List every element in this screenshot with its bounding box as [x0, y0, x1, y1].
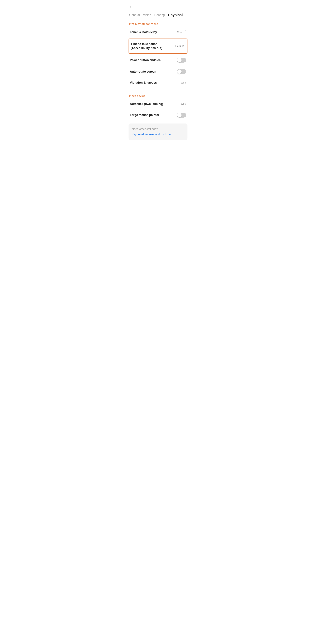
- keyboard-mouse-trackpad-link[interactable]: Keyboard, mouse, and track pad: [132, 133, 184, 136]
- vibration-haptics-chevron-icon: ›: [185, 81, 186, 84]
- vibration-haptics-row[interactable]: Vibration & haptics On ›: [129, 78, 187, 88]
- large-mouse-pointer-row[interactable]: Large mouse pointer: [129, 109, 187, 121]
- time-to-take-action-row[interactable]: Time to take action (Accessibility timeo…: [129, 38, 187, 54]
- time-to-take-action-value: Default ›: [175, 44, 185, 48]
- footer-card: Need other settings? Keyboard, mouse, an…: [129, 124, 187, 140]
- tab-physical[interactable]: Physical: [168, 13, 183, 17]
- autoclick-label: Autoclick (dwell timing): [130, 102, 179, 106]
- tab-vision[interactable]: Vision: [143, 13, 151, 17]
- vibration-haptics-value-text: On: [181, 81, 185, 84]
- touch-hold-delay-value-text: Short: [177, 31, 184, 34]
- power-button-ends-call-label: Power button ends call: [130, 58, 177, 62]
- autoclick-row[interactable]: Autoclick (dwell timing) Off ›: [129, 99, 187, 109]
- vibration-haptics-value: On ›: [181, 81, 186, 84]
- interaction-controls-list: Touch & hold delay Short ⌃⌄ Time to take…: [126, 27, 190, 88]
- header: ←: [126, 0, 190, 12]
- autoclick-value: Off ›: [181, 102, 186, 106]
- autoclick-chevron-icon: ›: [185, 102, 186, 106]
- tab-hearing[interactable]: Hearing: [154, 13, 165, 17]
- tab-general[interactable]: General: [129, 13, 140, 17]
- vibration-haptics-label: Vibration & haptics: [130, 81, 179, 85]
- time-to-take-action-value-text: Default: [175, 44, 184, 48]
- back-button[interactable]: ←: [129, 4, 133, 10]
- power-button-ends-call-row[interactable]: Power button ends call: [129, 54, 187, 66]
- chevron-right-icon: ›: [184, 44, 185, 48]
- section-header-input-device: INPUT DEVICE: [126, 92, 190, 99]
- footer-card-hint: Need other settings?: [132, 128, 184, 131]
- back-arrow-icon: ←: [129, 4, 133, 9]
- touch-hold-delay-label: Touch & hold delay: [130, 30, 175, 34]
- section-header-interaction-controls: INTERACTION CONTROLS: [126, 20, 190, 27]
- large-mouse-pointer-label: Large mouse pointer: [130, 113, 177, 117]
- auto-rotate-screen-label: Auto-rotate screen: [130, 70, 177, 74]
- autoclick-value-text: Off: [181, 102, 185, 106]
- large-mouse-pointer-toggle[interactable]: [177, 113, 186, 118]
- auto-rotate-screen-row[interactable]: Auto-rotate screen: [129, 66, 187, 78]
- power-button-ends-call-toggle[interactable]: [177, 58, 186, 62]
- touch-hold-delay-value: Short ⌃⌄: [177, 30, 186, 34]
- touch-hold-delay-row[interactable]: Touch & hold delay Short ⌃⌄: [129, 27, 187, 38]
- auto-rotate-screen-toggle[interactable]: [177, 69, 186, 74]
- section-divider: [129, 90, 187, 90]
- input-device-list: Autoclick (dwell timing) Off › Large mou…: [126, 99, 190, 121]
- sort-icon: ⌃⌄: [184, 30, 186, 34]
- page-container: ← General Vision Hearing Physical INTERA…: [126, 0, 190, 146]
- tab-navigation: General Vision Hearing Physical: [126, 12, 190, 20]
- time-to-take-action-label: Time to take action (Accessibility timeo…: [131, 42, 173, 50]
